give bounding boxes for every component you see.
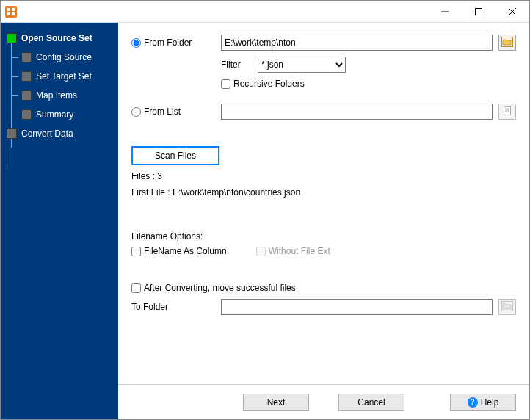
- sidebar-item-map-items[interactable]: Map Items: [1, 86, 118, 105]
- window-controls: [428, 1, 529, 23]
- from-folder-label: From Folder: [144, 37, 192, 48]
- from-list-radio[interactable]: [131, 107, 141, 117]
- from-list-label: From List: [144, 106, 181, 117]
- sidebar-item-label: Config Source: [36, 52, 92, 62]
- svg-rect-5: [476, 8, 482, 15]
- titlebar-left: [1, 6, 17, 18]
- cancel-button-label: Cancel: [357, 397, 385, 408]
- step-indicator-icon: [21, 52, 32, 62]
- after-converting-checkbox[interactable]: After Converting, move successful files: [131, 283, 296, 293]
- folder-open-icon: [501, 37, 513, 49]
- scan-row: Scan Files: [131, 146, 516, 165]
- from-list-row: From List: [131, 104, 516, 120]
- titlebar: [1, 1, 529, 23]
- from-list-input: [221, 104, 493, 120]
- help-icon: ?: [468, 397, 478, 408]
- after-converting-row: After Converting, move successful files: [131, 283, 516, 293]
- sidebar-item-label: Map Items: [36, 90, 77, 101]
- next-button[interactable]: Next: [243, 394, 309, 411]
- help-button-label: Help: [481, 397, 499, 408]
- sidebar-item-open-source-set[interactable]: Open Source Set: [1, 29, 118, 48]
- from-folder-radio[interactable]: [131, 38, 141, 48]
- recursive-label: Recursive Folders: [233, 79, 305, 89]
- step-indicator-icon: [21, 71, 32, 82]
- folder-icon: [501, 301, 513, 314]
- help-button[interactable]: ? Help: [450, 394, 516, 411]
- content-panel: From Folder Filter *.json: [118, 23, 529, 419]
- step-indicator-icon: [21, 109, 32, 120]
- filter-row: Filter *.json: [221, 57, 516, 73]
- filter-label: Filter: [221, 59, 252, 70]
- svg-rect-3: [12, 12, 15, 15]
- filename-options-row: FileName As Column Without File Ext: [131, 246, 516, 256]
- without-file-ext-label: Without File Ext: [269, 246, 330, 256]
- sidebar-item-convert-data[interactable]: Convert Data: [1, 124, 118, 143]
- after-converting-label: After Converting, move successful files: [144, 283, 296, 293]
- after-converting-input[interactable]: [131, 283, 141, 293]
- sidebar-item-label: Summary: [36, 109, 73, 120]
- filename-as-column-input[interactable]: [131, 247, 141, 256]
- sidebar-item-label: Open Source Set: [21, 33, 92, 43]
- files-count-text: Files : 3: [131, 171, 516, 181]
- sidebar-item-summary[interactable]: Summary: [1, 105, 118, 124]
- step-indicator-icon: [21, 90, 32, 101]
- next-button-label: Next: [267, 397, 286, 408]
- sidebar-item-label: Set Target Set: [36, 71, 92, 82]
- filename-as-column-label: FileName As Column: [144, 246, 227, 256]
- app-icon: [5, 6, 17, 18]
- filename-as-column-checkbox[interactable]: FileName As Column: [131, 246, 227, 256]
- svg-rect-2: [7, 12, 10, 15]
- close-button[interactable]: [495, 1, 529, 23]
- first-file-text: First File : E:\work\temp\nton\countries…: [131, 187, 516, 198]
- recursive-folders-checkbox[interactable]: Recursive Folders: [221, 79, 305, 89]
- svg-rect-9: [504, 106, 511, 115]
- from-folder-row: From Folder: [131, 35, 516, 51]
- browse-list-button: [498, 104, 516, 120]
- to-folder-input: [221, 299, 493, 315]
- sidebar-item-label: Convert Data: [21, 128, 73, 139]
- browse-to-folder-button: [498, 299, 516, 315]
- without-file-ext-input: [256, 247, 266, 256]
- filename-options-title: Filename Options:: [131, 231, 516, 242]
- recursive-row: Recursive Folders: [221, 79, 516, 89]
- app-window: Open Source Set Config Source Set Target…: [0, 0, 530, 420]
- to-folder-label: To Folder: [131, 302, 168, 312]
- svg-rect-0: [7, 8, 10, 11]
- step-indicator-icon: [7, 128, 17, 139]
- file-icon: [502, 106, 512, 118]
- minimize-button[interactable]: [428, 1, 462, 23]
- sidebar-item-set-target-set[interactable]: Set Target Set: [1, 67, 118, 86]
- wizard-sidebar: Open Source Set Config Source Set Target…: [1, 23, 118, 419]
- step-indicator-icon: [7, 33, 17, 43]
- wizard-footer: Next Cancel ? Help: [118, 384, 529, 419]
- filter-combo[interactable]: *.json: [258, 57, 346, 73]
- sidebar-item-config-source[interactable]: Config Source: [1, 48, 118, 67]
- recursive-checkbox-input[interactable]: [221, 79, 230, 89]
- folder-path-input[interactable]: [221, 35, 493, 51]
- scan-files-button[interactable]: Scan Files: [131, 146, 219, 165]
- maximize-button[interactable]: [462, 1, 495, 23]
- browse-folder-button[interactable]: [498, 35, 516, 51]
- cancel-button[interactable]: Cancel: [338, 394, 404, 411]
- svg-rect-1: [12, 8, 15, 11]
- without-file-ext-checkbox: Without File Ext: [256, 246, 330, 256]
- scan-button-label: Scan Files: [155, 151, 196, 161]
- to-folder-row: To Folder: [131, 299, 516, 315]
